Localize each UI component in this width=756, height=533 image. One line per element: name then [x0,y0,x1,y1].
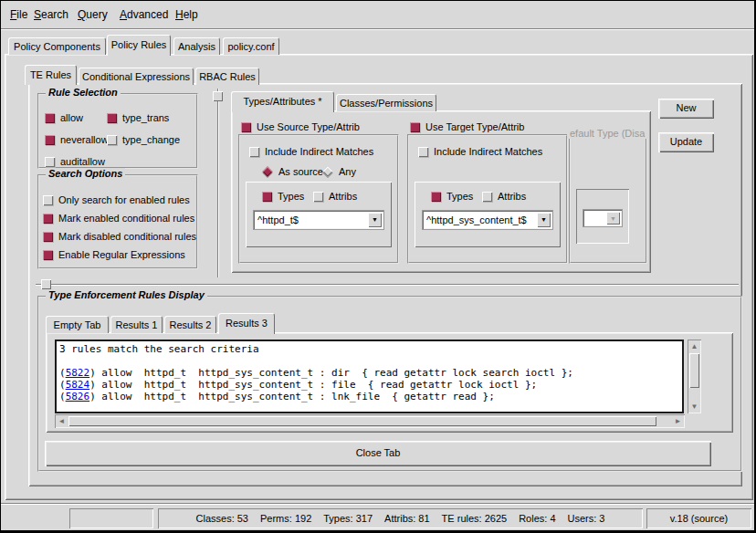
checkbox-auditallow[interactable]: auditallow [45,155,105,168]
checkbox-label: Only search for enabled rules [58,194,190,205]
checkbox-source-types[interactable]: Types [262,190,304,203]
checkbox-source-attribs[interactable]: Attribs [313,190,357,203]
rule-paren: ( [59,379,66,391]
tab-policy-rules[interactable]: Policy Rules [107,35,171,56]
new-button[interactable]: New [658,99,714,119]
results-text-area[interactable]: 3 rules match the search criteria (5822)… [55,340,684,413]
scroll-down-icon[interactable]: ▼ [688,401,700,413]
rule-text: ) allow httpd_t httpd_sys_content_t : ln… [89,391,495,402]
apol-window: File Search Query Advanced Help Policy C… [0,0,756,533]
stat-perms: Perms: 192 [260,513,311,524]
checkbox-indicator [313,192,323,202]
checkbox-indicator [241,122,251,132]
scroll-up-icon[interactable]: ▲ [688,340,700,352]
radio-any[interactable]: Any [322,165,356,178]
status-empty-panel [69,508,153,528]
horizontal-scrollbar-thumb[interactable] [68,416,656,426]
rule-paren: ( [59,367,66,379]
target-type-value: ^httpd_sys_content_t$ [426,211,536,229]
checkbox-target-attribs[interactable]: Attribs [482,190,526,203]
checkbox-label: allow [60,112,83,123]
checkbox-label: Include Indirect Matches [434,146,542,157]
checkbox-target-include-indirect[interactable]: Include Indirect Matches [418,145,542,158]
checkbox-use-source-type[interactable]: Use Source Type/Attrib [241,120,360,133]
checkbox-indicator [410,122,420,132]
menu-help[interactable]: Help [175,8,198,21]
vertical-scrollbar[interactable]: ▲ ▼ [688,340,701,413]
checkbox-label: Types [278,191,304,202]
menu-file[interactable]: File [10,8,27,21]
search-options-title: Search Options [46,168,125,179]
blank-line [59,355,679,367]
tab-results-1[interactable]: Results 1 [110,316,163,333]
stat-types: Types: 317 [323,513,373,524]
stat-attribs: Attribs: 81 [384,513,430,524]
tab-empty-tab[interactable]: Empty Tab [46,316,109,333]
tab-conditional-expressions[interactable]: Conditional Expressions [79,68,194,85]
menu-separator [1,28,755,30]
checkbox-allow[interactable]: allow [45,111,83,124]
checkbox-source-include-indirect[interactable]: Include Indirect Matches [249,145,373,158]
tab-rbac-rules[interactable]: RBAC Rules [195,68,259,85]
checkbox-label: Attribs [329,191,357,202]
vertical-sash-handle[interactable] [213,91,223,101]
checkbox-target-types[interactable]: Types [431,190,473,203]
rule-selection-title: Rule Selection [46,87,121,98]
radio-indicator [322,166,332,176]
tab-results-3[interactable]: Results 3 [218,313,275,334]
tab-policy-conf[interactable]: policy.conf [223,37,279,55]
radio-indicator [262,166,272,176]
chevron-down-icon: ▼ [606,212,620,225]
checkbox-enable-regex[interactable]: Enable Regular Expressions [43,248,185,261]
close-tab-button[interactable]: Close Tab [45,441,711,466]
checkbox-label: type_change [122,134,180,145]
checkbox-indicator [262,192,272,202]
menu-query[interactable]: Query [78,8,108,21]
checkbox-indicator [43,195,53,205]
tab-te-rules[interactable]: TE Rules [25,65,77,85]
checkbox-label: Types [446,191,473,202]
vertical-sash[interactable] [217,89,219,277]
horizontal-sash-handle[interactable] [41,279,51,289]
tab-policy-components[interactable]: Policy Components [8,37,106,55]
checkbox-label: Include Indirect Matches [265,146,373,157]
source-type-value: ^httpd_t$ [257,211,367,229]
checkbox-indicator [45,113,55,123]
chevron-down-icon[interactable]: ▼ [537,213,551,227]
checkbox-use-target-type[interactable]: Use Target Type/Attrib [410,120,524,133]
menu-bar: File Search Query Advanced Help [1,1,755,28]
checkbox-label: type_trans [122,112,169,123]
menu-advanced[interactable]: Advanced [120,8,168,21]
checkbox-neverallow[interactable]: neverallow [45,133,109,146]
vertical-scrollbar-thumb[interactable] [689,353,699,388]
rule-id-link[interactable]: 5824 [66,379,90,391]
tab-results-2[interactable]: Results 2 [164,316,216,333]
menu-search[interactable]: Search [34,8,68,21]
chevron-down-icon[interactable]: ▼ [368,213,382,227]
checkbox-label: Enable Regular Expressions [58,249,185,260]
rule-paren: ( [59,391,66,402]
checkbox-type-change[interactable]: type_change [107,133,180,146]
update-button[interactable]: Update [658,132,714,152]
tab-classes-permissions[interactable]: Classes/Permissions [336,94,436,111]
source-type-combobox[interactable]: ^httpd_t$ ▼ [253,210,384,230]
tab-analysis[interactable]: Analysis [173,37,220,55]
checkbox-indicator [107,135,117,145]
rule-id-link[interactable]: 5826 [66,391,90,402]
checkbox-mark-disabled-conditional[interactable]: Mark disabled conditional rules [43,230,196,243]
status-stats-panel: Classes: 53 Perms: 192 Types: 317 Attrib… [158,508,643,528]
target-type-combobox[interactable]: ^httpd_sys_content_t$ ▼ [422,210,553,230]
version-label: v.18 (source) [670,513,728,524]
scroll-left-icon[interactable]: ◄ [56,415,68,427]
tab-types-attributes[interactable]: Types/Attributes * [231,91,334,112]
scroll-right-icon[interactable]: ► [672,415,684,427]
radio-as-source[interactable]: As source [262,165,323,178]
statusbar-separator [1,503,755,505]
horizontal-sash[interactable] [36,284,739,286]
checkbox-only-enabled-rules[interactable]: Only search for enabled rules [43,193,190,206]
rule-text: ) allow httpd_t httpd_sys_content_t : di… [89,367,573,379]
checkbox-type-trans[interactable]: type_trans [107,111,169,124]
horizontal-scrollbar[interactable]: ◄ ► [55,414,685,428]
checkbox-mark-enabled-conditional[interactable]: Mark enabled conditional rules [43,212,194,225]
rule-id-link[interactable]: 5822 [66,367,90,379]
